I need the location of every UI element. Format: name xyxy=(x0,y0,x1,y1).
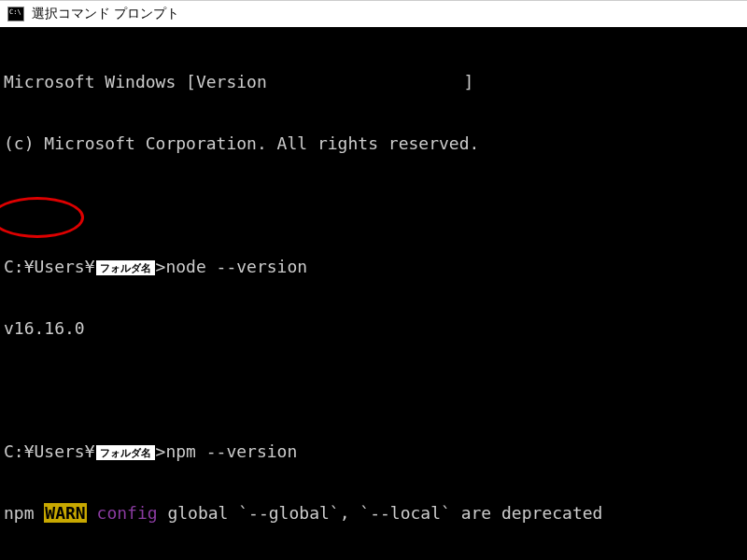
terminal-area[interactable]: Microsoft Windows [Version ] (c) Microso… xyxy=(0,27,747,560)
blank-line-2 xyxy=(4,380,743,400)
warn-message: global `--global`, `--local` are depreca… xyxy=(158,503,603,523)
banner-prefix: Microsoft Windows [Version xyxy=(4,72,277,91)
blank-line xyxy=(4,195,743,216)
npm-warn-line: npm WARN config global `--global`, `--lo… xyxy=(4,503,743,524)
cmd-icon xyxy=(7,7,24,21)
version-redacted xyxy=(277,75,464,91)
banner-line-1: Microsoft Windows [Version ] xyxy=(4,72,743,92)
command-prompt-window: 選択コマンド プロンプト Microsoft Windows [Version … xyxy=(0,0,747,560)
prompt-npm-version: C:¥Users¥フォルダ名>npm --version xyxy=(4,441,743,462)
prompt-node-version: C:¥Users¥フォルダ名>node --version xyxy=(4,257,743,277)
banner-line-2: (c) Microsoft Corporation. All rights re… xyxy=(4,133,743,154)
npm-version-cmd: >npm --version xyxy=(156,441,298,461)
banner-suffix: ] xyxy=(464,72,474,91)
warn-label: WARN xyxy=(44,503,86,523)
window-title: 選択コマンド プロンプト xyxy=(32,6,179,22)
folder-placeholder-label-2: フォルダ名 xyxy=(96,445,155,460)
warn-npm: npm xyxy=(4,503,44,523)
prompt-path-2: C:¥Users¥ xyxy=(4,441,95,461)
node-version-output: v16.16.0 xyxy=(4,318,743,339)
prompt-path: C:¥Users¥ xyxy=(4,257,95,276)
node-version-cmd: >node --version xyxy=(156,257,308,276)
titlebar[interactable]: 選択コマンド プロンプト xyxy=(0,1,747,27)
warn-config: config xyxy=(87,503,158,523)
folder-placeholder-label: フォルダ名 xyxy=(96,260,155,275)
